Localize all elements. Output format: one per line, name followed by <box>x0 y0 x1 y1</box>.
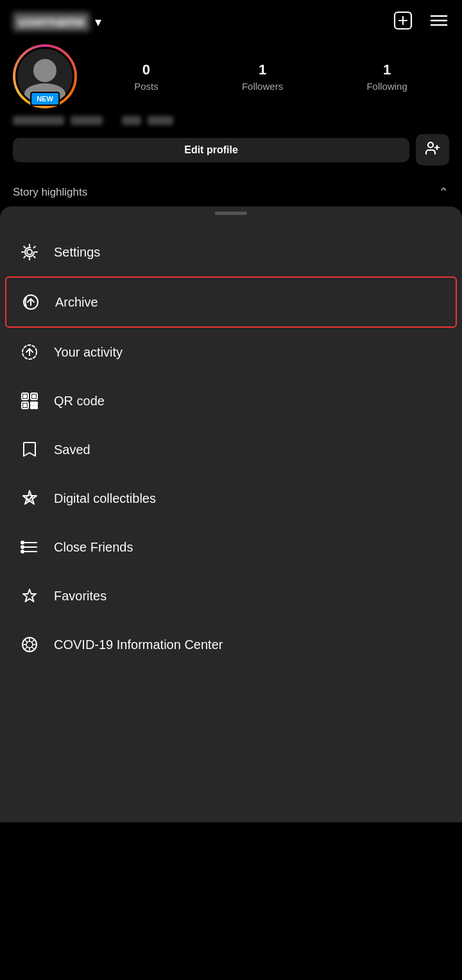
followers-stat[interactable]: 1 Followers <box>242 62 283 92</box>
new-post-icon <box>393 10 413 31</box>
covid-label: COVID-19 Information Center <box>54 638 223 652</box>
new-badge: NEW <box>30 92 60 106</box>
hamburger-menu-button[interactable] <box>429 10 449 33</box>
stats-row: 0 Posts 1 Followers 1 Following <box>92 62 449 92</box>
svg-rect-24 <box>35 406 37 409</box>
posts-count: 0 <box>142 62 150 78</box>
name-line-2 <box>71 116 103 125</box>
saved-label: Saved <box>54 443 90 457</box>
saved-icon <box>18 438 41 461</box>
menu-item-qr-code[interactable]: QR code <box>0 376 462 425</box>
svg-line-39 <box>32 647 35 650</box>
menu-item-settings[interactable]: Settings <box>0 228 462 276</box>
activity-icon <box>18 341 41 364</box>
add-person-icon <box>425 140 440 156</box>
new-post-button[interactable] <box>393 10 413 33</box>
story-highlights-label: Story highlights <box>13 186 87 199</box>
svg-point-6 <box>428 142 433 148</box>
svg-rect-23 <box>31 406 33 409</box>
menu-item-your-activity[interactable]: Your activity <box>0 328 462 376</box>
svg-line-40 <box>32 640 35 643</box>
close-friends-label: Close Friends <box>54 540 133 555</box>
drag-handle <box>215 212 247 215</box>
top-bar-left: username ▾ <box>13 12 101 31</box>
name-line-4 <box>148 116 173 125</box>
edit-profile-button[interactable]: Edit profile <box>13 138 409 162</box>
profile-info <box>13 116 449 125</box>
bottom-sheet: Settings Archive Your activity <box>0 207 462 822</box>
story-highlights-bar[interactable]: Story highlights ⌃ <box>0 176 462 207</box>
followers-label: Followers <box>242 81 283 92</box>
menu-item-covid[interactable]: COVID-19 Information Center <box>0 620 462 669</box>
menu-item-digital-collectibles[interactable]: Digital collectibles <box>0 474 462 523</box>
posts-stat[interactable]: 0 Posts <box>134 62 158 92</box>
archive-icon <box>19 291 42 314</box>
archive-label: Archive <box>55 295 98 310</box>
svg-point-30 <box>21 546 24 548</box>
chevron-down-icon[interactable]: ▾ <box>95 14 101 30</box>
name-line-1 <box>13 116 64 125</box>
digital-collectibles-label: Digital collectibles <box>54 491 156 506</box>
menu-item-close-friends[interactable]: Close Friends <box>0 523 462 571</box>
menu-item-saved[interactable]: Saved <box>0 425 462 474</box>
settings-icon <box>18 241 41 264</box>
profile-section: NEW 0 Posts 1 Followers 1 Following Edit… <box>0 38 462 176</box>
covid-icon <box>18 633 41 656</box>
svg-rect-19 <box>33 395 35 398</box>
following-label: Following <box>366 81 407 92</box>
settings-label: Settings <box>54 245 100 260</box>
close-friends-icon <box>18 536 41 559</box>
svg-point-29 <box>21 541 24 544</box>
svg-rect-22 <box>35 402 37 405</box>
svg-point-31 <box>21 550 24 553</box>
hamburger-menu-icon <box>429 10 449 31</box>
svg-point-9 <box>27 249 32 255</box>
following-count: 1 <box>383 62 391 78</box>
profile-actions: Edit profile <box>13 134 449 165</box>
svg-rect-18 <box>24 395 26 398</box>
svg-rect-20 <box>24 404 26 407</box>
chevron-up-icon: ⌃ <box>438 185 449 200</box>
following-stat[interactable]: 1 Following <box>366 62 407 92</box>
top-bar-right <box>393 10 449 33</box>
menu-item-favorites[interactable]: Favorites <box>0 571 462 620</box>
your-activity-label: Your activity <box>54 345 123 360</box>
collectibles-icon <box>18 487 41 510</box>
name-line-3 <box>122 116 141 125</box>
svg-rect-21 <box>31 402 33 405</box>
favorites-icon <box>18 584 41 607</box>
top-bar: username ▾ <box>0 0 462 38</box>
menu-item-archive[interactable]: Archive <box>5 276 457 328</box>
avatar-head <box>33 59 56 82</box>
posts-label: Posts <box>134 81 158 92</box>
username-display: username <box>13 12 90 31</box>
qr-icon <box>18 389 41 412</box>
svg-line-41 <box>25 647 28 650</box>
avatar-wrapper[interactable]: NEW <box>13 44 77 108</box>
add-person-button[interactable] <box>416 134 449 165</box>
favorites-label: Favorites <box>54 589 107 604</box>
profile-row: NEW 0 Posts 1 Followers 1 Following <box>13 44 449 108</box>
svg-line-38 <box>25 640 28 643</box>
qr-code-label: QR code <box>54 394 105 409</box>
followers-count: 1 <box>259 62 266 78</box>
